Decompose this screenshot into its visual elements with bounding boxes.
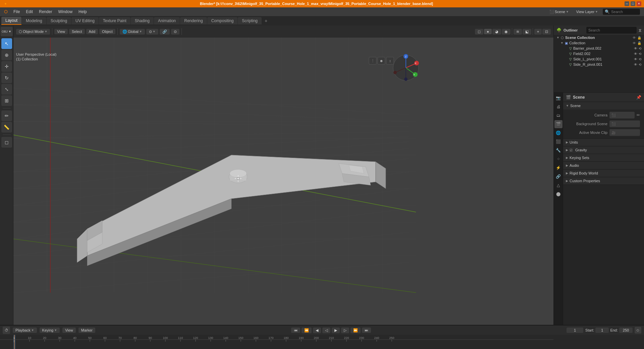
cursor-tool[interactable]: ⊕ xyxy=(1,50,12,60)
tab-animation[interactable]: Animation xyxy=(154,17,180,24)
menu-file[interactable]: File xyxy=(11,9,22,15)
frame-end-input[interactable]: 250 xyxy=(619,328,633,333)
gizmos-toggle[interactable]: ⌖ xyxy=(534,29,542,35)
jump-end-button[interactable]: ⏭ xyxy=(362,328,371,333)
object-menu[interactable]: Object xyxy=(99,29,115,34)
menu-blender[interactable]: ⬡ xyxy=(1,9,10,15)
tab-rendering[interactable]: Rendering xyxy=(180,17,207,24)
global-transform[interactable]: 🌐 Global ▼ xyxy=(120,29,145,35)
prop-icon-particles[interactable]: ⁘ xyxy=(554,155,562,163)
timeline-marker-menu[interactable]: Marker xyxy=(78,328,95,333)
scale-tool[interactable]: ⤡ xyxy=(1,84,12,95)
timeline-content[interactable]: 1 10 20 30 40 50 60 70 80 90 100 110 120… xyxy=(0,335,644,349)
outliner-side-l[interactable]: ▽ Side_L_pivot.001 👁 ⟲ xyxy=(554,56,644,62)
timeline-mode-icon[interactable]: ⏱ xyxy=(3,327,10,334)
prop-movie-clip-value[interactable]: 🎥 xyxy=(609,129,640,136)
snap-settings[interactable]: ⊡ xyxy=(542,29,551,35)
add-workspace-button[interactable]: + xyxy=(262,17,270,25)
select-tool[interactable]: ↖ xyxy=(1,38,12,49)
properties-pin-icon[interactable]: 📌 xyxy=(636,95,641,100)
next-keyframe-button[interactable]: ▷ xyxy=(341,328,349,333)
tab-shading[interactable]: Shading xyxy=(131,17,154,24)
tab-uv-editing[interactable]: UV Editing xyxy=(71,17,99,24)
outliner-barrier-pivot[interactable]: ▽ Barrier_pivot.002 👁 ⟲ xyxy=(554,46,644,51)
prop-camera-edit[interactable]: ✏ xyxy=(637,113,640,117)
view-menu[interactable]: View xyxy=(54,29,68,34)
prop-bg-scene-value[interactable]: ⬛ xyxy=(609,120,640,127)
prop-icon-output[interactable]: 🖨 xyxy=(554,103,562,111)
annotate-tool[interactable]: ✏ xyxy=(1,110,12,121)
section-scene-header[interactable]: ▼ Scene xyxy=(563,102,644,109)
mode-dropdown[interactable]: ⬡ Object Mode ▼ xyxy=(16,29,50,35)
viewport[interactable]: ⬡ Object Mode ▼ View Select Add Object 🌐… xyxy=(13,26,553,325)
prop-icon-data[interactable]: △ xyxy=(554,181,562,189)
outliner-collection[interactable]: ▼ ▣ Collection 👁 🔒 xyxy=(554,40,644,46)
section-custom-properties-header[interactable]: ▶ Custom Properties xyxy=(563,177,644,185)
section-rigid-body-world-header[interactable]: ▶ Rigid Body World xyxy=(563,169,644,177)
tab-texture-paint[interactable]: Texture Paint xyxy=(99,17,130,24)
menu-window[interactable]: Window xyxy=(55,9,75,15)
timeline-keying-menu[interactable]: Keying ▼ xyxy=(40,328,60,333)
outliner-side-r[interactable]: ▽ Side_R_pivot.001 👁 ⟲ xyxy=(554,62,644,67)
section-audio-header[interactable]: ▶ Audio xyxy=(563,162,644,169)
overlays-toggle[interactable]: ≋ xyxy=(514,29,522,35)
outliner-field2[interactable]: ▽ Field2.002 👁 ⟲ xyxy=(554,51,644,56)
transform-tool[interactable]: ⊞ xyxy=(1,95,12,106)
prop-icon-material[interactable]: ⬤ xyxy=(554,190,562,198)
scene-selector[interactable]: ⬛ Scene ▼ xyxy=(547,9,572,15)
prop-icon-render[interactable]: 📷 xyxy=(554,94,562,102)
outliner-search-input[interactable] xyxy=(586,27,637,34)
viewport-shading-wire[interactable]: ◻ xyxy=(475,29,483,35)
add-tool[interactable]: ◻ xyxy=(1,137,12,148)
jump-start-button[interactable]: ⏮ xyxy=(291,328,300,333)
pivot-point[interactable]: ⊙ ▼ xyxy=(146,29,158,35)
prop-icon-physics[interactable]: ⚡ xyxy=(554,164,562,172)
rotate-tool[interactable]: ↻ xyxy=(1,72,12,83)
prev-frame-button[interactable]: ⏪ xyxy=(302,328,312,333)
tab-scripting[interactable]: Scripting xyxy=(238,17,262,24)
current-frame-display[interactable]: 1 xyxy=(567,328,583,333)
frame-start-input[interactable]: 1 xyxy=(595,328,609,333)
proportional-edit[interactable]: ⊙ xyxy=(171,29,179,35)
next-frame-button[interactable]: ⏩ xyxy=(351,328,361,333)
prop-icon-scene[interactable]: 🎬 xyxy=(554,120,562,128)
tab-layout[interactable]: Layout xyxy=(1,17,21,25)
global-search[interactable] xyxy=(611,10,638,14)
prop-icon-object[interactable]: ⬛ xyxy=(554,138,562,146)
prop-icon-constraints[interactable]: 🔗 xyxy=(554,172,562,181)
measure-tool[interactable]: 📏 xyxy=(1,122,12,133)
prop-camera-value[interactable]: ⬛ xyxy=(609,112,635,118)
object-mode-selector[interactable]: OBJ ▼ xyxy=(2,30,11,33)
move-tool[interactable]: ✛ xyxy=(1,61,12,72)
tab-modeling[interactable]: Modeling xyxy=(22,17,46,24)
snapping-toggle[interactable]: 🔗 xyxy=(160,29,170,35)
prev-keyframe-button[interactable]: ◀ xyxy=(313,328,321,333)
section-units-header[interactable]: ▶ Units xyxy=(563,139,644,146)
add-menu[interactable]: Add xyxy=(86,29,98,34)
menu-help[interactable]: Help xyxy=(76,9,90,15)
tab-sculpting[interactable]: Sculpting xyxy=(47,17,71,24)
timeline-playback-menu[interactable]: Playback ▼ xyxy=(13,328,37,333)
select-menu[interactable]: Select xyxy=(69,29,85,34)
prop-icon-modifier[interactable]: 🔧 xyxy=(554,146,562,154)
viewport-shading-material[interactable]: ◕ xyxy=(492,29,501,35)
outliner-scene-collection[interactable]: ▼ ⬡ Scene Collection 👁 🔒 xyxy=(554,35,644,40)
viewport-shading-solid[interactable]: ● xyxy=(484,29,492,34)
tab-compositing[interactable]: Compositing xyxy=(207,17,238,24)
close-button[interactable]: ✕ xyxy=(637,1,641,6)
prop-icon-view-layer[interactable]: 🗂 xyxy=(554,111,562,119)
view-layer-selector[interactable]: View Layer ▼ xyxy=(574,9,601,14)
minimize-button[interactable]: ─ xyxy=(625,1,629,6)
timeline-view-menu[interactable]: View xyxy=(62,328,76,333)
section-keying-sets-header[interactable]: ▶ Keying Sets xyxy=(563,154,644,161)
menu-render[interactable]: Render xyxy=(36,9,55,15)
outliner-filter-icon[interactable]: ⧖ xyxy=(639,28,641,33)
prop-icon-world[interactable]: 🌐 xyxy=(554,129,562,137)
section-gravity-header[interactable]: ▶ ☑ Gravity xyxy=(563,146,644,154)
play-button[interactable]: ▶ xyxy=(332,328,340,333)
xray-toggle[interactable]: ⬕ xyxy=(523,29,531,35)
play-reverse-button[interactable]: ◁ xyxy=(322,328,330,333)
menu-edit[interactable]: Edit xyxy=(23,9,36,15)
viewport-shading-render[interactable]: ◉ xyxy=(502,29,511,35)
maximize-button[interactable]: □ xyxy=(631,1,635,6)
